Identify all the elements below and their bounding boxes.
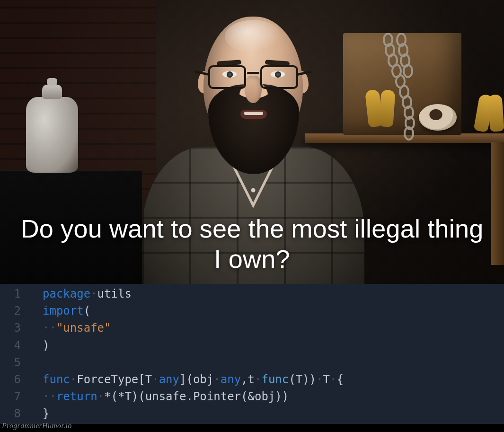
iris-right xyxy=(275,71,281,78)
watermark: ProgrammerHumor.io xyxy=(2,422,71,430)
line-number: 4 xyxy=(0,337,31,354)
code-line: 1 package·utils xyxy=(0,285,504,302)
code-line: 6 func·ForceType[T·any](obj·any,t·func(T… xyxy=(0,371,504,388)
code-content: } xyxy=(31,405,49,422)
work-glove xyxy=(379,89,395,127)
line-number: 3 xyxy=(0,319,31,336)
scalp-highlight xyxy=(225,20,282,53)
meme-caption: Do you want to see the most illegal thin… xyxy=(0,214,504,274)
code-line: 2 import( xyxy=(0,302,504,319)
line-number: 2 xyxy=(0,302,31,319)
line-number: 5 xyxy=(0,354,31,371)
code-line: 4 ) xyxy=(0,337,504,354)
tape-roll xyxy=(419,104,457,131)
work-glove xyxy=(487,94,504,132)
code-line: 7 ··return·*(*T)(unsafe.Pointer(&obj)) xyxy=(0,388,504,405)
nose xyxy=(245,76,262,103)
teeth xyxy=(244,112,263,115)
code-line: 3 ··"unsafe" xyxy=(0,319,504,336)
code-line: 8 } xyxy=(0,405,504,422)
code-content: ··return·*(*T)(unsafe.Pointer(&obj)) xyxy=(31,388,289,405)
wood-shelf xyxy=(305,133,504,143)
code-content xyxy=(31,354,49,371)
code-content: ) xyxy=(31,337,49,354)
iris-left xyxy=(227,71,233,78)
code-content: func·ForceType[T·any](obj·any,t·func(T))… xyxy=(31,371,344,388)
meme-photo-panel: Do you want to see the most illegal thin… xyxy=(0,0,504,284)
line-number: 1 xyxy=(0,285,31,302)
code-editor-panel: 1 package·utils 2 import( 3 ··"unsafe" 4… xyxy=(0,284,504,424)
code-content: package·utils xyxy=(31,285,132,302)
line-number: 6 xyxy=(0,371,31,388)
code-content: ··"unsafe" xyxy=(31,319,111,336)
line-number: 7 xyxy=(0,388,31,405)
shirt-button xyxy=(251,188,255,192)
code-content: import( xyxy=(31,302,90,319)
white-jug xyxy=(26,97,78,173)
line-number: 8 xyxy=(0,405,31,422)
code-line: 5 xyxy=(0,354,504,371)
